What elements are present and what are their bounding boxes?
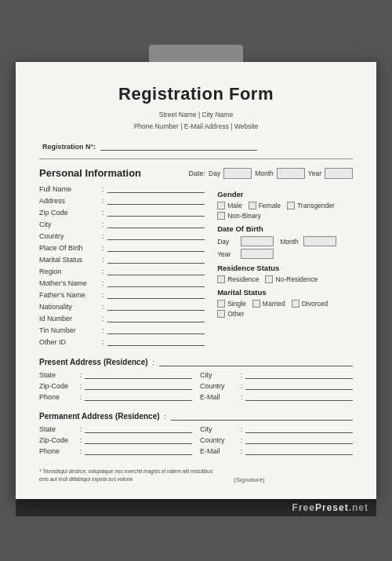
addr-input-perm-country[interactable] bbox=[245, 436, 353, 444]
field-input-full-name[interactable] bbox=[107, 185, 205, 193]
date-day-box[interactable] bbox=[223, 168, 252, 179]
addr-field-row-present-zip: Zip-Code : bbox=[39, 382, 192, 390]
addr-label-perm-country: Country bbox=[200, 436, 241, 444]
residence-options: ResidenceNo-Residence bbox=[217, 275, 353, 283]
gender-checkbox-male[interactable] bbox=[217, 202, 225, 209]
field-row-fathers-name: Father's Name : bbox=[39, 291, 205, 299]
watermark-free: Free bbox=[292, 502, 315, 513]
addr-label-present-email: E-Mail bbox=[200, 393, 241, 401]
addr-label-present-zip: Zip-Code bbox=[39, 382, 80, 390]
reg-number-row: Registration N°: bbox=[39, 143, 353, 151]
residence-option-residence[interactable]: Residence bbox=[217, 275, 259, 283]
dob-day-row: Day Month bbox=[217, 236, 353, 246]
field-input-zip-code[interactable] bbox=[107, 209, 205, 217]
addr-field-row-perm-email: E-Mail : bbox=[200, 447, 353, 455]
date-day-label: Day bbox=[209, 169, 220, 177]
gender-option-transgender[interactable]: Transgender bbox=[287, 202, 335, 209]
bottom-section: * Temodsqui destrce, voluptaque nos exer… bbox=[39, 468, 353, 483]
gender-option-female[interactable]: Female bbox=[249, 202, 281, 209]
present-address-header-line bbox=[159, 359, 353, 366]
addr-input-present-phone[interactable] bbox=[85, 393, 192, 401]
gender-option-male[interactable]: Male bbox=[217, 202, 241, 209]
marital-checkbox[interactable] bbox=[292, 300, 299, 308]
residence-option-no-residence[interactable]: No-Residence bbox=[265, 275, 318, 283]
field-label-fathers-name: Father's Name bbox=[39, 291, 102, 299]
addr-field-row-perm-state: State : bbox=[39, 425, 192, 433]
addr-input-perm-email[interactable] bbox=[245, 447, 353, 455]
addr-input-perm-state[interactable] bbox=[85, 425, 192, 433]
field-label-id-number: Id Number bbox=[39, 315, 102, 322]
addr-field-row-perm-city: City : bbox=[200, 425, 353, 433]
addr-input-perm-city[interactable] bbox=[245, 425, 353, 433]
field-input-marital-status[interactable] bbox=[107, 256, 205, 264]
addr-input-present-state[interactable] bbox=[85, 371, 192, 379]
addr-input-present-email[interactable] bbox=[245, 393, 353, 401]
date-year-box[interactable] bbox=[325, 168, 353, 179]
gender-checkbox-female[interactable] bbox=[249, 202, 256, 209]
dob-day-box[interactable] bbox=[241, 236, 274, 246]
field-input-other-id[interactable] bbox=[107, 338, 205, 346]
addr-field-row-present-phone: Phone : bbox=[39, 393, 192, 401]
field-label-tin-number: Tin Number bbox=[39, 326, 102, 334]
field-input-city[interactable] bbox=[107, 220, 205, 228]
marital-option-divorced[interactable]: Divorced bbox=[292, 300, 328, 308]
field-input-mothers-name[interactable] bbox=[107, 279, 205, 287]
addr-label-perm-phone: Phone bbox=[39, 447, 80, 455]
field-label-other-id: Other ID bbox=[39, 338, 102, 346]
field-row-city: City : bbox=[39, 220, 205, 228]
field-input-nationality[interactable] bbox=[107, 303, 205, 311]
two-col-layout: Full Name : Address : Zip Code : City : … bbox=[39, 185, 353, 350]
field-row-nationality: Nationality : bbox=[39, 303, 205, 311]
addr-input-perm-zip[interactable] bbox=[85, 436, 192, 444]
permanent-address-header-line bbox=[171, 413, 353, 421]
addr-label-perm-zip: Zip-Code bbox=[39, 436, 80, 444]
addr-input-present-zip[interactable] bbox=[85, 382, 192, 390]
field-row-full-name: Full Name : bbox=[39, 185, 205, 193]
field-input-id-number[interactable] bbox=[107, 315, 205, 322]
addr-label-perm-email: E-Mail bbox=[200, 447, 241, 455]
gender-checkbox-transgender[interactable] bbox=[287, 202, 295, 209]
addr-field-row-present-email: E-Mail : bbox=[200, 393, 353, 401]
field-input-place-of-birth[interactable] bbox=[107, 244, 205, 252]
field-input-fathers-name[interactable] bbox=[107, 291, 205, 299]
marital-checkbox[interactable] bbox=[252, 300, 260, 308]
residence-checkbox[interactable] bbox=[217, 275, 225, 283]
marital-option-married[interactable]: Married bbox=[252, 300, 285, 308]
permanent-address-title: Permanent Address (Residence) bbox=[39, 412, 160, 421]
field-label-region: Region bbox=[39, 268, 102, 275]
field-input-tin-number[interactable] bbox=[107, 326, 205, 334]
marital-checkbox[interactable] bbox=[217, 310, 225, 318]
personal-info-title: Personal Information bbox=[39, 167, 141, 179]
form-title: Registration Form bbox=[39, 84, 353, 104]
permanent-address-section: Permanent Address (Residence) : State : … bbox=[39, 412, 353, 458]
marital-option-other[interactable]: Other bbox=[217, 310, 244, 318]
perm-addr-col-left: State : Zip-Code : Phone : bbox=[39, 425, 192, 458]
addr-field-row-perm-phone: Phone : bbox=[39, 447, 192, 455]
residence-title: Residence Status bbox=[217, 264, 353, 272]
present-address-section: Present Address (Residence) : State : Zi… bbox=[39, 358, 353, 404]
field-input-country[interactable] bbox=[107, 232, 205, 240]
marital-option-single[interactable]: Single bbox=[217, 300, 246, 308]
addr-label-present-city: City bbox=[200, 371, 241, 379]
addr-input-present-city[interactable] bbox=[245, 371, 353, 379]
gender-title: Gender bbox=[217, 190, 353, 199]
marital-checkbox[interactable] bbox=[217, 300, 225, 308]
field-input-region[interactable] bbox=[107, 268, 205, 275]
gender-checkbox-non-binary[interactable] bbox=[217, 212, 225, 220]
addr-label-present-state: State bbox=[39, 371, 80, 379]
residence-checkbox[interactable] bbox=[265, 275, 273, 283]
field-row-tin-number: Tin Number : bbox=[39, 326, 205, 334]
field-label-city: City bbox=[39, 220, 102, 228]
addr-input-perm-phone[interactable] bbox=[85, 447, 192, 455]
gender-option-non-binary[interactable]: Non-Binary bbox=[217, 212, 261, 220]
addr-field-row-present-country: Country : bbox=[200, 382, 353, 390]
field-input-address[interactable] bbox=[107, 197, 205, 205]
dob-title: Date Of Birth bbox=[217, 224, 353, 233]
addr-input-present-country[interactable] bbox=[245, 382, 353, 390]
fine-print: * Temodsqui destrce, voluptaque nos exer… bbox=[39, 468, 218, 483]
permanent-address-header: Permanent Address (Residence) : bbox=[39, 412, 353, 421]
present-addr-col-right: City : Country : E-Mail : bbox=[200, 371, 353, 404]
dob-year-box[interactable] bbox=[241, 249, 274, 259]
dob-month-box[interactable] bbox=[303, 236, 336, 246]
date-month-box[interactable] bbox=[277, 168, 305, 179]
